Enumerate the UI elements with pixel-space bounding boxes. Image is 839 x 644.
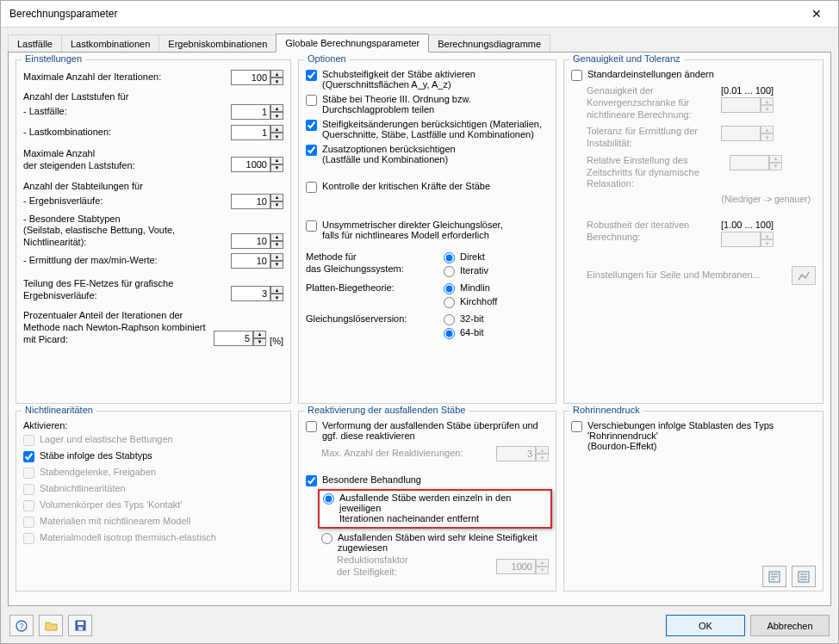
heading-stabteilungen: Anzahl der Stabteilungen für (23, 181, 283, 191)
radio-32[interactable]: 32-bit (444, 313, 484, 325)
group-nichtlin: Nichtlinearitäten Aktivieren: Lager und … (16, 411, 291, 591)
legend-genauigkeit: Genauigkeit und Toleranz (569, 53, 684, 64)
export-icon[interactable] (792, 566, 816, 587)
chk-mat-nl: Materialien mit nichtlinearem Modell (23, 516, 283, 528)
range-konvergenz: [0.01 ... 100] (721, 85, 774, 96)
svg-text:?: ? (19, 622, 23, 630)
spinner-max-reakt: ▲▼ (496, 446, 549, 461)
label-reduktion: Reduktionsfaktor der Steifigkeit: (337, 554, 496, 579)
label-plattentheorie: Platten-Biegetheorie: (306, 282, 444, 310)
chk-besondere[interactable]: Besondere Behandlung (306, 474, 549, 486)
spinner-max-iter[interactable]: ▲▼ (231, 70, 283, 85)
folder-open-icon[interactable] (39, 615, 63, 636)
help-icon[interactable]: ? (9, 615, 34, 636)
unit-picard: [%] (270, 336, 283, 346)
heading-laststufen: Anzahl der Laststufen für (23, 91, 283, 102)
chk-standard[interactable]: Standardeinstellungen ändern (571, 69, 816, 81)
radio-entfernt[interactable]: Ausfallende Stäbe werden einzeln in den … (323, 492, 547, 523)
label-aktivieren: Aktivieren: (23, 420, 283, 430)
label-max-reakt: Max. Anzahl der Reaktivierungen: (321, 448, 496, 460)
label-solver: Gleichungslöserversion: (306, 313, 444, 341)
spinner-reduktion: ▲▼ (496, 559, 549, 574)
tab-4[interactable]: Berechnungsdiagramme (428, 34, 550, 53)
chk-lager: Lager und elastische Bettungen (23, 434, 283, 446)
label-toleranz: Toleranz für Ermittlung der Instabilität… (587, 126, 721, 150)
tab-1[interactable]: Lastkombinationen (61, 34, 159, 53)
save-icon[interactable] (68, 615, 92, 636)
label-picard: Prozentualer Anteil der Iterationen der … (23, 310, 214, 345)
import-icon[interactable] (762, 566, 786, 587)
group-genauigkeit: Genauigkeit und Toleranz Standardeinstel… (563, 59, 823, 404)
spinner-ergebnis[interactable]: ▲▼ (231, 194, 283, 209)
chk-stab-nl: Stabnichtlinearitäten (23, 483, 283, 495)
svg-rect-6 (78, 627, 83, 630)
label-robust: Robustheit der iterativen Berechnung: (587, 220, 721, 244)
spinner-fe[interactable]: ▲▼ (231, 286, 283, 301)
chk-mat-iso: Materialmodell isotrop thermisch-elastis… (23, 532, 283, 544)
chk-stabtyp[interactable]: Stäbe infolge des Stabtyps (23, 450, 283, 462)
radio-mindlin[interactable]: Mindlin (444, 282, 497, 294)
close-icon[interactable]: ✕ (804, 7, 830, 21)
spin-down-icon[interactable]: ▼ (270, 77, 283, 85)
range-robust: [1.00 ... 100] (721, 220, 774, 230)
group-rohr: Rohrinnendruck Verschiebungen infolge St… (563, 411, 823, 591)
spinner-besondere[interactable]: ▲▼ (231, 233, 283, 249)
label-ergebnis: - Ergebnisverläufe: (23, 195, 231, 207)
spinner-relax: ▲▼ (730, 155, 782, 170)
label-seile: Einstellungen für Seile und Membranen... (587, 269, 792, 282)
label-relax: Relative Einstellung des Zeitschritts fü… (587, 155, 730, 190)
legend-nichtlin: Nichtlinearitäten (22, 405, 96, 415)
label-max-steigend: Maximale Anzahl der steigenden Laststufe… (23, 148, 231, 172)
cancel-button[interactable]: Abbrechen (750, 615, 830, 636)
radio-kirchhoff[interactable]: Kirchhoff (444, 296, 497, 308)
chk-verformung[interactable]: Verformung der ausfallenden Stäbe überpr… (306, 420, 549, 441)
label-fe: Teilung des FE-Netzes für grafische Erge… (23, 278, 231, 302)
chk-theorie3[interactable]: Stäbe bei Theorie III. Ordnung bzw. Durc… (306, 94, 549, 115)
label-lastfaelle: - Lastfälle: (23, 106, 231, 118)
spinner-max-steigend[interactable]: ▲▼ (231, 157, 283, 172)
chk-zusatz[interactable]: Zusatzoptionen berücksichtigen (Lastfäll… (306, 144, 549, 164)
spinner-lastkomb[interactable]: ▲▼ (231, 125, 283, 140)
label-besondere: - Besondere Stabtypen (Seilstab, elastis… (23, 214, 231, 249)
legend-optionen: Optionen (304, 53, 350, 64)
spinner-maxmin[interactable]: ▲▼ (231, 253, 283, 269)
legend-einstellungen: Einstellungen (22, 53, 85, 64)
label-max-iter: Maximale Anzahl der Iterationen: (23, 71, 231, 84)
group-reakt: Reaktivierung der ausfallenden Stäbe Ver… (298, 411, 556, 591)
settings-icon (792, 266, 816, 285)
legend-reakt: Reaktivierung der ausfallenden Stäbe (304, 405, 469, 415)
spinner-picard[interactable]: ▲▼ (214, 331, 266, 346)
radio-steifigkeit[interactable]: Ausfallenden Stäben wird sehr kleine Ste… (321, 532, 549, 553)
radio-64[interactable]: 64-bit (444, 327, 484, 339)
radio-direkt[interactable]: Direkt (444, 251, 488, 263)
chk-steif[interactable]: Steifigkeitsänderungen berücksichtigen (… (306, 119, 549, 139)
chk-schub[interactable]: Schubsteifigkeit der Stäbe aktivieren (Q… (306, 69, 549, 90)
spinner-konvergenz: ▲▼ (721, 97, 774, 113)
spin-up-icon[interactable]: ▲ (270, 70, 283, 77)
tab-2[interactable]: Ergebniskombinationen (158, 34, 277, 53)
label-lastkomb: - Lastkombinationen: (23, 127, 231, 139)
ok-button[interactable]: OK (666, 615, 745, 636)
group-einstellungen: Einstellungen Maximale Anzahl der Iterat… (16, 59, 291, 404)
tab-0[interactable]: Lastfälle (8, 34, 62, 53)
label-methode: Methode für das Gleichungssystem: (306, 251, 444, 279)
legend-rohr: Rohrinnendruck (569, 405, 643, 415)
radio-iterativ[interactable]: Iterativ (444, 265, 488, 277)
chk-unsymm[interactable]: Unsymmetrischer direkter Gleichungslöser… (306, 220, 549, 240)
spinner-lastfaelle[interactable]: ▲▼ (231, 104, 283, 120)
hint-relax: (Niedriger -> genauer) (587, 194, 816, 204)
tab-3[interactable]: Globale Berechnungsparameter (276, 34, 429, 53)
label-maxmin: - Ermittlung der max/min-Werte: (23, 255, 231, 267)
chk-kontakt: Volumenkörper des Typs 'Kontakt' (23, 499, 283, 511)
group-optionen: Optionen Schubsteifigkeit der Stäbe akti… (298, 59, 556, 404)
svg-rect-5 (78, 622, 84, 625)
chk-bourdon[interactable]: Verschiebungen infolge Stablasten des Ty… (571, 420, 816, 451)
chk-gelenke: Stabendgelenke, Freigaben (23, 467, 283, 479)
spinner-toleranz: ▲▼ (721, 126, 774, 141)
window-title: Berechnungsparameter (9, 8, 804, 20)
spinner-robust: ▲▼ (721, 232, 774, 247)
label-konvergenz: Genauigkeit der Konvergenzschranke für n… (587, 85, 721, 121)
chk-kritisch[interactable]: Kontrolle der kritischen Kräfte der Stäb… (306, 181, 549, 193)
